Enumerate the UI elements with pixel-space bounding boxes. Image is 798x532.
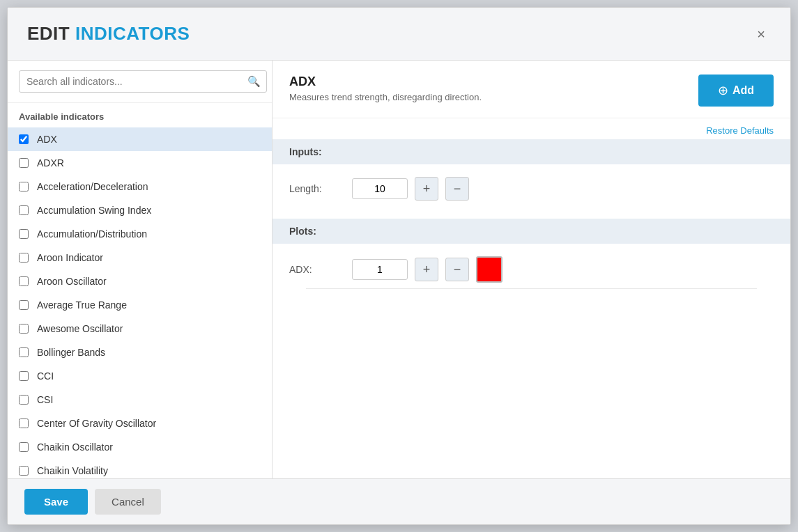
modal-title: EDIT INDICATORS [27,23,190,45]
left-panel: 🔍 Available indicators ADXADXRAccelerati… [8,61,273,478]
indicator-item-adx[interactable]: ADX [8,127,272,151]
indicator-checkbox-cci[interactable] [19,371,29,381]
adx-input[interactable] [352,259,408,280]
adx-color-swatch[interactable] [476,256,502,283]
restore-link: Restore Defaults [273,118,790,139]
indicator-label-adxr: ADXR [37,157,64,169]
add-icon: ⊕ [718,83,728,98]
restore-defaults-link[interactable]: Restore Defaults [706,125,774,136]
indicator-item-accum-dist[interactable]: Accumulation/Distribution [8,222,272,246]
indicator-info: ADX Measures trend strength, disregardin… [289,75,482,102]
indicator-checkbox-awesome-osc[interactable] [19,324,29,334]
indicator-label-center-gravity: Center Of Gravity Oscillator [37,418,156,429]
indicator-checkbox-avg-true-range[interactable] [19,300,29,310]
indicator-label-aroon-ind: Aroon Indicator [37,252,103,263]
plots-section-content: ADX: + − [273,244,790,304]
indicator-checkbox-chaikin-vol[interactable] [19,466,29,476]
length-row: Length: + − [289,177,774,201]
search-input[interactable] [19,70,267,93]
indicator-item-aroon-osc[interactable]: Aroon Oscillator [8,269,272,293]
plots-section-header: Plots: [273,219,790,244]
indicator-name: ADX [289,75,482,89]
indicator-label-cci: CCI [37,370,54,382]
length-input[interactable] [352,178,408,199]
available-indicators-label: Available indicators [8,103,272,127]
save-button[interactable]: Save [24,489,88,515]
adx-increment-button[interactable]: + [415,258,438,281]
add-button-label: Add [732,84,754,97]
indicator-label-chaikin-vol: Chaikin Volatility [37,465,108,476]
indicator-label-aroon-osc: Aroon Oscillator [37,276,107,287]
indicator-checkbox-chaikin-osc[interactable] [19,442,29,452]
adx-row: ADX: + − [289,256,774,283]
cancel-button[interactable]: Cancel [95,489,161,515]
indicator-checkbox-center-gravity[interactable] [19,418,29,428]
indicator-item-avg-true-range[interactable]: Average True Range [8,293,272,317]
modal-header: EDIT INDICATORS × [8,8,790,61]
indicator-item-adxr[interactable]: ADXR [8,151,272,175]
indicator-label-accum-dist: Accumulation/Distribution [37,228,147,240]
close-button[interactable]: × [751,24,771,44]
adx-label: ADX: [289,264,345,275]
add-button[interactable]: ⊕ Add [698,75,774,107]
indicator-item-aroon-ind[interactable]: Aroon Indicator [8,246,272,269]
right-panel: ADX Measures trend strength, disregardin… [273,61,790,478]
indicator-checkbox-adx[interactable] [19,134,29,144]
indicator-label-awesome-osc: Awesome Oscillator [37,323,123,334]
inputs-section-header: Inputs: [273,139,790,164]
title-edit-text: EDIT [27,23,75,44]
indicator-checkbox-aroon-osc[interactable] [19,276,29,286]
inputs-section-content: Length: + − [273,164,790,219]
search-container: 🔍 [8,61,272,103]
edit-indicators-modal: EDIT INDICATORS × 🔍 Available indicators… [7,7,791,525]
indicator-checkbox-accel-decel[interactable] [19,182,29,191]
indicator-label-adx: ADX [37,134,57,145]
indicator-list: ADXADXRAcceleration/DecelerationAccumula… [8,127,272,478]
indicator-item-center-gravity[interactable]: Center Of Gravity Oscillator [8,412,272,435]
indicator-label-chaikin-osc: Chaikin Oscillator [37,441,113,453]
indicator-label-avg-true-range: Average True Range [37,299,127,311]
indicator-checkbox-adxr[interactable] [19,158,29,168]
indicator-label-accum-swing: Accumulation Swing Index [37,205,151,216]
indicator-item-chaikin-osc[interactable]: Chaikin Oscillator [8,435,272,459]
indicator-label-csi: CSI [37,394,53,405]
indicator-item-accel-decel[interactable]: Acceleration/Deceleration [8,175,272,198]
title-indicators-text: INDICATORS [75,23,190,44]
length-label: Length: [289,183,345,194]
adx-decrement-button[interactable]: − [445,258,469,281]
indicator-item-awesome-osc[interactable]: Awesome Oscillator [8,317,272,341]
length-decrement-button[interactable]: − [445,177,469,201]
indicator-checkbox-bollinger[interactable] [19,347,29,357]
indicator-item-accum-swing[interactable]: Accumulation Swing Index [8,198,272,222]
indicator-item-bollinger[interactable]: Bollinger Bands [8,341,272,364]
indicator-checkbox-accum-swing[interactable] [19,205,29,215]
indicator-checkbox-accum-dist[interactable] [19,229,29,239]
indicator-item-cci[interactable]: CCI [8,364,272,388]
length-increment-button[interactable]: + [415,177,438,201]
modal-footer: Save Cancel [8,478,790,524]
indicator-checkbox-csi[interactable] [19,395,29,405]
indicator-description: Measures trend strength, disregarding di… [289,92,482,102]
indicator-item-chaikin-vol[interactable]: Chaikin Volatility [8,459,272,478]
indicator-item-csi[interactable]: CSI [8,388,272,412]
indicator-detail-header: ADX Measures trend strength, disregardin… [273,61,790,118]
indicator-label-accel-decel: Acceleration/Deceleration [37,181,148,192]
indicator-checkbox-aroon-ind[interactable] [19,253,29,263]
indicator-label-bollinger: Bollinger Bands [37,347,105,358]
plots-divider [306,288,757,289]
modal-body: 🔍 Available indicators ADXADXRAccelerati… [8,61,790,478]
